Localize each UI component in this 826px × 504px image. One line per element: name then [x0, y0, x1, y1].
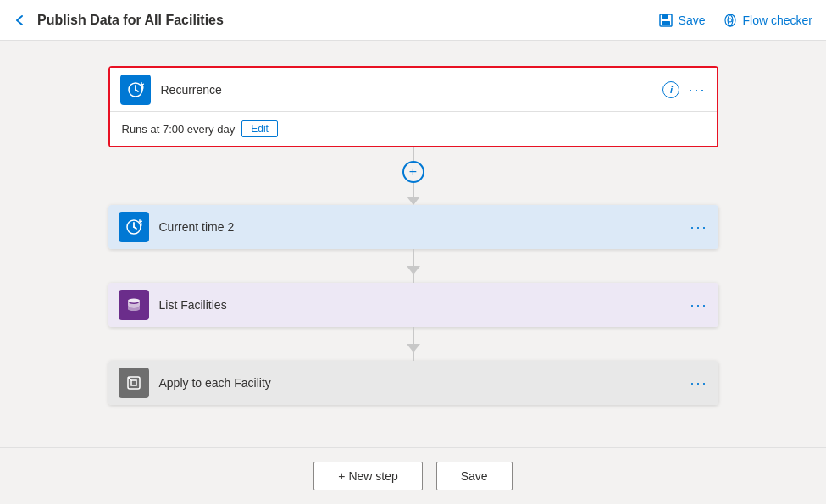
recurrence-actions: i ···: [662, 81, 706, 98]
apply-each-header[interactable]: Apply to each Facility ···: [108, 361, 718, 405]
back-button[interactable]: [14, 14, 27, 27]
bottom-bar: + New step Save: [0, 447, 826, 504]
connector-2: [407, 249, 420, 283]
app-header: Publish Data for All Facilities Save Flo…: [0, 0, 826, 41]
recurrence-body: Runs at 7:00 every day Edit: [110, 112, 717, 146]
connector-line: [413, 274, 414, 283]
connector-line: [413, 352, 414, 361]
svg-point-10: [128, 299, 140, 303]
list-facilities-step: List Facilities ···: [108, 283, 718, 327]
new-step-button[interactable]: + New step: [313, 462, 422, 490]
connector-3: [407, 327, 420, 361]
flow-canvas: Recurrence i ··· Runs at 7:00 every day …: [0, 41, 826, 447]
current-time-header[interactable]: Current time 2 ···: [108, 205, 718, 249]
svg-line-6: [136, 90, 138, 91]
current-time-icon: [119, 212, 149, 242]
connector-line: [413, 249, 414, 266]
recurrence-step: Recurrence i ··· Runs at 7:00 every day …: [108, 66, 718, 147]
list-facilities-actions: ···: [690, 297, 707, 313]
svg-rect-2: [662, 21, 670, 25]
apply-each-more-button[interactable]: ···: [690, 375, 707, 390]
recurrence-more-button[interactable]: ···: [688, 82, 706, 97]
flow-container: Recurrence i ··· Runs at 7:00 every day …: [108, 66, 718, 405]
arrow-down: [407, 344, 420, 352]
list-facilities-icon: [119, 290, 149, 320]
database-icon: [125, 296, 142, 313]
plus-connector-1: +: [402, 147, 424, 205]
arrow-down: [407, 266, 420, 274]
save-bottom-button[interactable]: Save: [436, 462, 513, 490]
svg-rect-1: [662, 14, 668, 19]
recurrence-icon: [120, 75, 151, 105]
current-time-actions: ···: [690, 219, 707, 235]
list-facilities-header[interactable]: List Facilities ···: [108, 283, 718, 327]
connector-line: [413, 147, 414, 161]
flow-checker-button[interactable]: Flow checker: [723, 13, 812, 28]
list-facilities-title: List Facilities: [159, 298, 690, 312]
recurrence-info-button[interactable]: i: [662, 81, 679, 98]
recurrence-edit-button[interactable]: Edit: [241, 120, 278, 137]
apply-each-step: Apply to each Facility ···: [108, 361, 718, 405]
save-header-button[interactable]: Save: [658, 13, 706, 28]
list-facilities-more-button[interactable]: ···: [690, 297, 707, 313]
recurrence-description: Runs at 7:00 every day: [122, 123, 236, 136]
apply-each-title: Apply to each Facility: [159, 376, 690, 390]
apply-each-actions: ···: [690, 375, 707, 390]
current-time-more-button[interactable]: ···: [690, 219, 707, 235]
save-icon: [658, 13, 674, 28]
current-time-step: Current time 2 ···: [108, 205, 718, 249]
loop-icon: [125, 374, 142, 391]
arrow-down: [407, 197, 420, 205]
header-right: Save Flow checker: [658, 13, 812, 28]
clock-icon: [127, 81, 144, 98]
svg-point-3: [729, 19, 732, 22]
header-left: Publish Data for All Facilities: [14, 13, 224, 28]
page-title: Publish Data for All Facilities: [37, 13, 224, 28]
recurrence-header[interactable]: Recurrence i ···: [110, 68, 717, 112]
svg-line-9: [134, 227, 136, 229]
clock-icon-2: [125, 219, 142, 235]
recurrence-title: Recurrence: [161, 83, 663, 97]
connector-line: [413, 183, 414, 197]
apply-each-icon: [119, 368, 149, 398]
add-step-button-1[interactable]: +: [402, 161, 424, 183]
connector-line: [413, 327, 414, 344]
flow-checker-icon: [723, 13, 738, 28]
current-time-title: Current time 2: [159, 220, 690, 234]
